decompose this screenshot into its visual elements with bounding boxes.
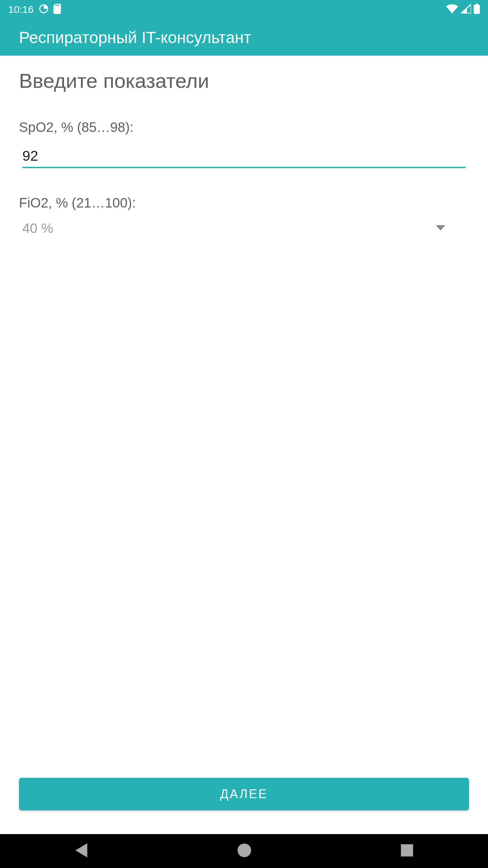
data-saver-icon — [39, 4, 48, 15]
nav-home-icon[interactable] — [238, 844, 251, 859]
nav-back-icon[interactable] — [75, 843, 88, 859]
battery-icon — [474, 4, 480, 15]
svg-rect-2 — [475, 4, 478, 5]
navigation-bar — [0, 834, 488, 868]
nav-recent-icon[interactable] — [401, 844, 413, 858]
fio2-field-section: FiO2, % (21…100): 40 % — [19, 195, 469, 236]
status-time: 10:16 — [8, 4, 34, 15]
content-spacer — [19, 263, 469, 778]
status-right — [446, 4, 480, 15]
svg-rect-1 — [474, 5, 480, 14]
svg-point-3 — [238, 844, 251, 857]
fio2-selected-value: 40 % — [22, 221, 53, 236]
content-area: Введите показатели SpO2, % (85…98): FiO2… — [0, 56, 488, 834]
status-left: 10:16 — [8, 4, 62, 15]
fio2-dropdown[interactable]: 40 % — [22, 221, 445, 236]
spo2-label: SpO2, % (85…98): — [19, 120, 469, 135]
fio2-label: FiO2, % (21…100): — [19, 195, 469, 211]
signal-icon — [461, 4, 471, 15]
next-button[interactable]: ДАЛЕЕ — [19, 778, 469, 810]
page-heading: Введите показатели — [19, 69, 469, 93]
spo2-field-section: SpO2, % (85…98): — [19, 120, 469, 168]
svg-rect-4 — [401, 844, 413, 856]
wifi-icon — [446, 4, 458, 15]
status-bar: 10:16 — [0, 0, 488, 19]
sd-card-icon — [53, 4, 62, 15]
spo2-input[interactable] — [22, 145, 466, 168]
app-bar: Респираторный IT-консультант — [0, 19, 488, 56]
chevron-down-icon — [436, 225, 445, 232]
app-title: Респираторный IT-консультант — [19, 28, 251, 47]
spo2-input-wrapper — [22, 145, 466, 168]
status-icons-left — [39, 4, 62, 15]
